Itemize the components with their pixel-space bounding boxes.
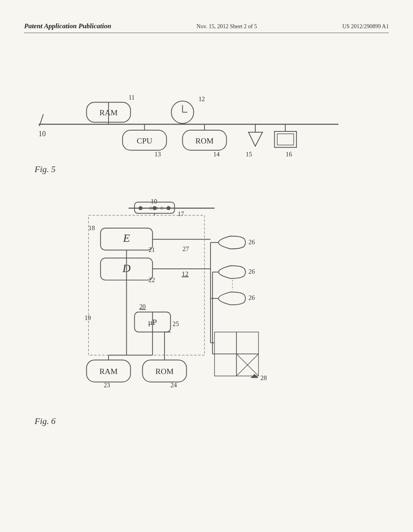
bus-ref-10: 10 xyxy=(39,130,46,138)
fig5-caption: Fig. 5 xyxy=(34,164,56,174)
ref23: 23 xyxy=(104,382,110,389)
fig6-caption: Fig. 6 xyxy=(34,416,56,426)
ref20: 20 xyxy=(139,303,146,310)
ref16: 16 xyxy=(286,151,292,158)
patent-number-label: US 2012/290899 A1 xyxy=(342,23,389,30)
ref21: 21 xyxy=(148,246,155,253)
svg-marker-13 xyxy=(248,132,263,146)
ref28: 28 xyxy=(261,374,267,381)
cpu-label: CPU xyxy=(137,136,152,145)
ref10-fig6: 10 xyxy=(150,197,157,205)
ram-label-fig6: RAM xyxy=(100,367,118,376)
rom-label-fig6: ROM xyxy=(155,367,174,376)
ref13: 13 xyxy=(154,151,161,158)
svg-point-22 xyxy=(167,206,171,210)
ref24: 24 xyxy=(171,382,177,389)
svg-point-20 xyxy=(138,206,142,210)
patent-diagram: 10 RAM 11 12 CPU 13 xyxy=(24,40,389,508)
connector-label: ○ ○ ○ xyxy=(149,204,164,211)
ref19: 19 xyxy=(85,314,91,321)
ref26a: 26 xyxy=(248,239,255,245)
rom-label-fig5: ROM xyxy=(195,136,214,145)
ref14: 14 xyxy=(213,151,220,158)
svg-rect-24 xyxy=(89,215,205,355)
ref12-fig5: 12 xyxy=(198,96,205,102)
ref26c: 26 xyxy=(248,294,255,301)
svg-rect-41 xyxy=(215,332,237,354)
ref17: 17 xyxy=(178,210,184,217)
ref26b: 26 xyxy=(248,268,255,275)
ref18: 18 xyxy=(89,224,95,231)
ref12-fig6: 12 xyxy=(182,270,189,278)
ref15: 15 xyxy=(246,151,252,158)
page: Patent Application Publication Nov. 15, … xyxy=(0,0,413,532)
page-header: Patent Application Publication Nov. 15, … xyxy=(24,22,389,33)
date-sheet-label: Nov. 15, 2012 Sheet 2 of 5 xyxy=(196,23,257,30)
ref22: 22 xyxy=(148,276,155,283)
svg-rect-42 xyxy=(236,332,259,354)
ref25: 25 xyxy=(173,320,179,327)
svg-rect-43 xyxy=(215,354,237,376)
ref27: 27 xyxy=(183,245,189,252)
svg-rect-16 xyxy=(277,134,294,145)
e-block-label: E xyxy=(123,232,130,244)
ref11: 11 xyxy=(129,94,135,101)
diagram-area: 10 RAM 11 12 CPU 13 xyxy=(24,40,389,508)
publication-label: Patent Application Publication xyxy=(24,22,111,30)
